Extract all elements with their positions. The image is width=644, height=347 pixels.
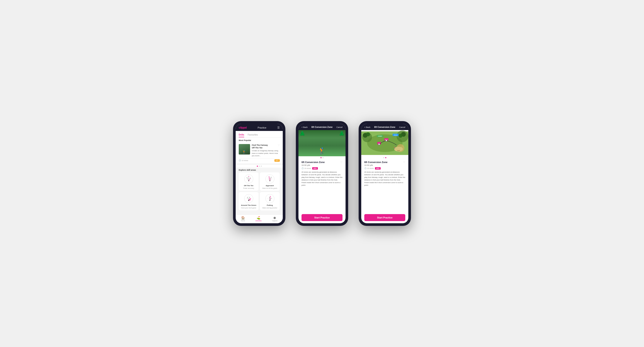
img-dot-2 — [322, 157, 324, 158]
svg-text:FAIRWAY: FAIRWAY — [378, 136, 382, 137]
svg-line-27 — [248, 197, 249, 200]
drill-description: 20 shots are randomly generated at dista… — [302, 171, 342, 187]
ott-skill-desc: Power accuracy — [243, 187, 254, 189]
svg-point-21 — [271, 177, 272, 177]
svg-text:🏌️: 🏌️ — [393, 146, 396, 149]
golf-map-svg: FAIRWAY ROUGH Hit Miss 🏌️ — [361, 130, 408, 156]
svg-point-31 — [249, 197, 250, 197]
cancel-button-3[interactable]: Cancel — [399, 126, 405, 128]
clock-icon-3: 🕐 — [364, 167, 366, 169]
nav-home[interactable]: 🏠 Home — [241, 216, 245, 221]
svg-point-30 — [247, 197, 248, 197]
cancel-button[interactable]: Cancel — [336, 126, 342, 128]
phone-1-screen: clippd Practice ☰ Drills Favourites Most… — [236, 124, 283, 223]
drill-meta: 🕐 20 shots ARG — [302, 167, 342, 170]
drill-meta-3: 🕐 20 shots ARG — [364, 167, 405, 170]
svg-point-9 — [248, 176, 249, 177]
img-dot-1 — [320, 157, 322, 158]
hamburger-icon[interactable]: ☰ — [277, 126, 280, 129]
ott-skill-icon — [244, 174, 254, 184]
putting-skill-desc: Make and lag practice — [262, 207, 277, 209]
shots-count: 🕐 20 shots — [302, 167, 311, 169]
svg-point-20 — [268, 176, 269, 177]
svg-text:ROUGH: ROUGH — [394, 135, 398, 136]
svg-point-63 — [386, 140, 387, 141]
image-dots — [298, 156, 346, 159]
svg-point-42 — [269, 197, 270, 197]
drill-title-3: 6ft Conversion Zone — [364, 161, 388, 163]
drill-title: 6ft Conversion Zone — [302, 161, 324, 163]
home-label: Home — [241, 220, 245, 221]
img-dot-3-2 — [385, 157, 386, 158]
most-popular-title: Most Popular — [236, 138, 283, 142]
svg-point-43 — [271, 198, 272, 198]
start-practice-button-3[interactable]: Start Practice — [364, 214, 405, 221]
back-button[interactable]: < Back — [302, 126, 308, 128]
svg-point-33 — [250, 199, 250, 200]
thumb-golfer — [239, 144, 250, 155]
featured-card[interactable]: ♡ Find The Fairway Off The Tee Create an… — [236, 142, 283, 163]
img-dot-3-1 — [383, 157, 384, 158]
arg-badge: ARG — [312, 167, 318, 170]
atg-skill-icon — [244, 194, 254, 203]
skill-card-ott[interactable]: Off The Tee Power accuracy — [239, 172, 258, 191]
atg-skill-desc: Hone your short game — [241, 207, 256, 209]
putting-skill-icon — [265, 194, 275, 203]
explore-title: Explore skill areas — [239, 169, 280, 171]
back-button-3[interactable]: < Back — [364, 126, 370, 128]
skill-grid: Off The Tee Power accuracy — [239, 172, 280, 210]
drill-yards-3: 10-50 yds — [364, 164, 405, 166]
drill-title: Find The Fairway — [252, 144, 280, 147]
featured-card-inner: Find The Fairway Off The Tee Create an i… — [239, 144, 280, 157]
drill-detail-info-3: 6ft Conversion Zone ♡ 10-50 yds 🕐 20 sho… — [361, 159, 408, 214]
drill-description-3: 20 shots are randomly generated at dista… — [364, 171, 405, 187]
home-indicator-1 — [255, 221, 264, 222]
featured-info: Find The Fairway Off The Tee Create an i… — [252, 144, 280, 157]
dot-2 — [259, 166, 260, 167]
shots-info: 🕐 10 shots — [239, 160, 248, 162]
start-practice-button[interactable]: Start Practice — [302, 214, 342, 221]
svg-point-51 — [366, 133, 370, 136]
putting-skill-name: Putting — [267, 204, 273, 206]
nav-activities[interactable]: ⛳ Activities — [256, 216, 262, 221]
phone-2: < Back 6ft Conversion Zone Cancel 🌲 🌲 🏌️ — [296, 121, 348, 226]
svg-line-39 — [270, 197, 270, 200]
explore-section: Explore skill areas — [236, 168, 283, 211]
heart-icon-3[interactable]: ♡ — [403, 161, 405, 164]
phone-3: < Back 6ft Conversion Zone Cancel — [359, 121, 411, 226]
phone-1: clippd Practice ☰ Drills Favourites Most… — [233, 121, 285, 226]
phone3-header: < Back 6ft Conversion Zone Cancel — [361, 124, 408, 130]
svg-point-53 — [398, 134, 402, 138]
arg-badge-3: ARG — [375, 167, 381, 170]
drill-map: FAIRWAY ROUGH Hit Miss 🏌️ — [361, 130, 408, 156]
heart-icon[interactable]: ♡ — [340, 161, 342, 164]
svg-point-32 — [250, 198, 251, 199]
drill-description: Create an imaginary fairway using trees … — [252, 150, 280, 157]
capture-icon: ⊕ — [274, 216, 276, 220]
trees-right-icon: 🌲 — [339, 131, 345, 137]
phone-3-screen: < Back 6ft Conversion Zone Cancel — [361, 124, 408, 223]
shots-count-3: 🕐 20 shots — [364, 167, 374, 169]
phone2-header-title: 6ft Conversion Zone — [312, 126, 333, 128]
nav-capture[interactable]: ⊕ Capture — [272, 216, 278, 221]
skill-card-approach[interactable]: Approach Dial-in to hit the green — [260, 172, 280, 191]
approach-skill-icon — [265, 174, 275, 184]
svg-text:SAND: SAND — [397, 150, 400, 151]
ott-skill-name: Off The Tee — [244, 185, 253, 187]
golfer-figure: 🏌️ — [318, 147, 326, 155]
trees-left-icon: 🌲 — [299, 131, 305, 137]
heart-icon[interactable]: ♡ — [278, 144, 280, 146]
tab-drills[interactable]: Drills — [239, 133, 244, 137]
home-icon: 🏠 — [241, 216, 245, 220]
phone-2-screen: < Back 6ft Conversion Zone Cancel 🌲 🌲 🏌️ — [298, 124, 346, 223]
atg-skill-name: Around The Green — [241, 204, 256, 206]
skill-card-atg[interactable]: Around The Green Hone your short game — [239, 192, 258, 210]
featured-footer: 🕐 10 shots OTT — [239, 158, 280, 162]
tab-favourites[interactable]: Favourites — [248, 133, 258, 137]
image-dots-3 — [361, 156, 408, 159]
skill-card-putting[interactable]: Putting Make and lag practice — [260, 192, 280, 210]
clock-icon: 🕐 — [302, 167, 304, 169]
svg-point-62 — [378, 144, 380, 145]
svg-point-11 — [246, 177, 247, 178]
capture-label: Capture — [272, 220, 278, 221]
